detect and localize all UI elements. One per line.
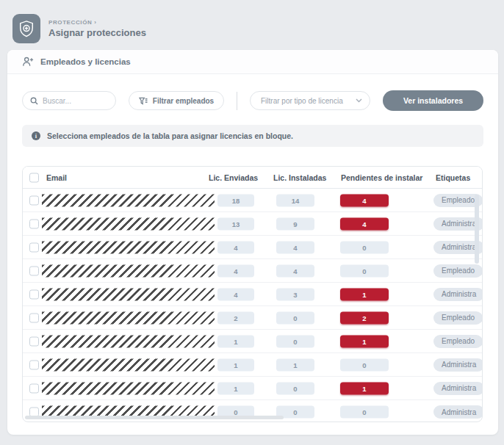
table-row[interactable]: 1 0 1 Administra <box>23 377 482 400</box>
row-checkbox[interactable] <box>29 383 39 393</box>
table-row[interactable]: 4 4 0 Administra <box>23 236 482 259</box>
column-header-instaladas[interactable]: Lic. Instaladas <box>273 173 326 182</box>
lic-enviadas-badge: 2 <box>217 311 254 324</box>
filter-employees-button[interactable]: Filtrar empleados <box>129 91 224 110</box>
table-row[interactable]: 1 1 0 Administra <box>23 353 482 377</box>
redacted-email <box>42 264 215 277</box>
search-box[interactable] <box>22 91 116 110</box>
toolbar: Filtrar empleados Filtrar por tipo de li… <box>7 74 498 111</box>
employees-table: Email Lic. Enviadas Lic. Instaladas Pend… <box>22 166 483 422</box>
etiqueta-tag: Empleado <box>433 335 483 348</box>
pendientes-badge: 0 <box>340 264 389 277</box>
lic-instaladas-badge: 0 <box>276 382 314 394</box>
employees-licenses-card: Empleados y licencias Filtrar empleados … <box>7 50 498 435</box>
etiqueta-tag: Administra <box>433 358 483 372</box>
pendientes-badge: 0 <box>340 358 389 371</box>
lic-enviadas-badge: 1 <box>217 382 254 394</box>
select-all-checkbox[interactable] <box>29 173 39 182</box>
column-header-etiquetas[interactable]: Etiquetas <box>436 173 470 182</box>
vertical-scrollbar-thumb[interactable] <box>475 195 479 264</box>
lic-instaladas-badge: 1 <box>276 358 314 371</box>
pendientes-badge: 0 <box>340 241 389 253</box>
header-text: PROTECCIÓN › Asignar protecciones <box>48 19 146 38</box>
redacted-email <box>42 358 215 371</box>
section-title: Empleados y licencias <box>40 57 131 66</box>
chevron-down-icon <box>356 98 362 103</box>
user-plus-icon <box>22 57 34 67</box>
info-icon: i <box>32 131 40 140</box>
table-row[interactable]: 4 3 1 Administra <box>23 283 482 306</box>
etiqueta-tag: Administra <box>433 405 483 419</box>
redacted-email <box>42 217 215 230</box>
lic-instaladas-badge: 14 <box>276 194 314 206</box>
table-row[interactable]: 4 4 0 Empleado <box>23 259 482 283</box>
horizontal-scrollbar-thumb[interactable] <box>25 416 284 419</box>
lic-enviadas-badge: 1 <box>217 358 254 371</box>
row-checkbox[interactable] <box>29 360 39 369</box>
lic-enviadas-badge: 4 <box>217 264 254 277</box>
etiqueta-tag: Administra <box>433 382 483 395</box>
redacted-email <box>42 241 215 253</box>
lic-instaladas-badge: 4 <box>276 264 314 277</box>
column-header-email[interactable]: Email <box>46 173 67 182</box>
pendientes-badge: 1 <box>340 335 389 347</box>
row-checkbox[interactable] <box>29 219 39 228</box>
column-header-enviadas[interactable]: Lic. Enviadas <box>209 173 258 182</box>
pendientes-badge: 0 <box>340 406 389 419</box>
shield-plus-icon <box>12 14 40 43</box>
table-row[interactable]: 2 0 2 Empleado <box>23 306 482 330</box>
lic-enviadas-badge: 13 <box>217 217 254 230</box>
pendientes-badge: 1 <box>340 382 389 394</box>
pendientes-badge: 2 <box>340 311 389 324</box>
lic-instaladas-badge: 4 <box>276 241 314 253</box>
etiqueta-tag: Empleado <box>433 264 483 278</box>
pendientes-badge: 4 <box>340 217 389 230</box>
redacted-email <box>42 382 215 394</box>
lic-instaladas-badge: 3 <box>276 288 314 300</box>
etiqueta-tag: Empleado <box>433 311 483 325</box>
lic-enviadas-badge: 1 <box>217 335 254 347</box>
page-title: Asignar protecciones <box>48 27 146 38</box>
pendientes-badge: 1 <box>340 288 389 300</box>
row-checkbox[interactable] <box>29 195 39 205</box>
redacted-email <box>42 311 215 324</box>
breadcrumb[interactable]: PROTECCIÓN › <box>48 19 146 26</box>
lic-enviadas-badge: 18 <box>217 194 254 206</box>
row-checkbox[interactable] <box>29 313 39 322</box>
table-body: 18 14 4 Empleado 13 9 4 Administra 4 4 0… <box>23 189 482 422</box>
view-installers-button[interactable]: Ver instaladores <box>383 90 483 111</box>
filter-employees-label: Filtrar empleados <box>153 97 214 105</box>
license-type-select[interactable]: Filtrar por tipo de licencia <box>250 91 370 110</box>
lic-instaladas-badge: 0 <box>276 335 314 347</box>
filter-list-icon <box>139 97 148 105</box>
toolbar-divider <box>237 92 237 110</box>
section-header: Empleados y licencias <box>7 50 498 74</box>
search-input[interactable] <box>43 97 108 105</box>
redacted-email <box>42 194 215 206</box>
info-banner-text: Selecciona empleados de la tabla para as… <box>47 131 293 140</box>
table-row[interactable]: 18 14 4 Empleado <box>23 189 482 212</box>
redacted-email <box>42 335 215 347</box>
row-checkbox[interactable] <box>29 336 39 346</box>
lic-enviadas-badge: 4 <box>217 241 254 253</box>
table-header-row: Email Lic. Enviadas Lic. Instaladas Pend… <box>23 167 482 189</box>
lic-instaladas-badge: 9 <box>276 217 314 230</box>
row-checkbox[interactable] <box>29 289 39 299</box>
etiqueta-tag: Administra <box>433 288 483 301</box>
row-checkbox[interactable] <box>29 266 39 275</box>
lic-instaladas-badge: 0 <box>276 311 314 324</box>
page-header: PROTECCIÓN › Asignar protecciones <box>0 0 504 48</box>
lic-enviadas-badge: 4 <box>217 288 254 300</box>
table-row[interactable]: 1 0 1 Empleado <box>23 330 482 353</box>
info-banner: i Selecciona empleados de la tabla para … <box>22 125 483 147</box>
row-checkbox[interactable] <box>29 242 39 252</box>
column-header-pendientes[interactable]: Pendientes de instalar <box>341 173 422 182</box>
pendientes-badge: 4 <box>340 194 389 206</box>
search-icon <box>30 97 38 105</box>
redacted-email <box>42 288 215 300</box>
license-type-selected-value: Filtrar por tipo de licencia <box>261 97 343 105</box>
table-row[interactable]: 13 9 4 Administra <box>23 212 482 236</box>
